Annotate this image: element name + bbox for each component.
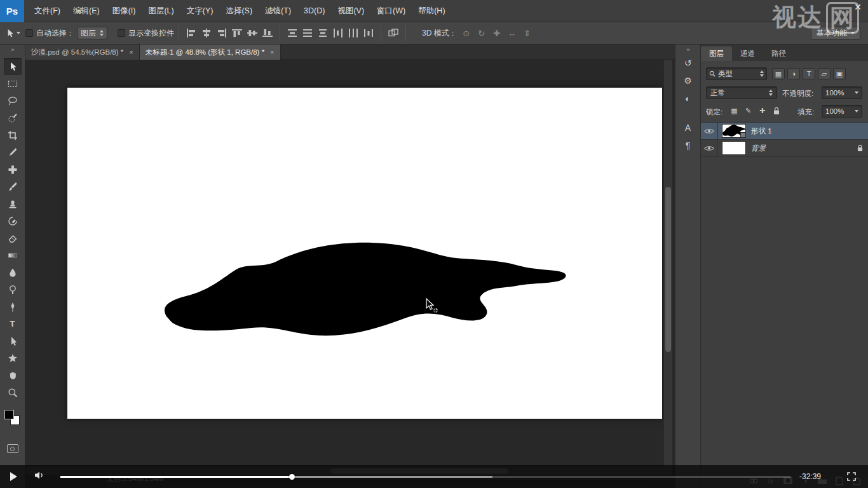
document-tab-desert[interactable]: 沙漠.psd @ 54.5%(RGB/8) * × (25, 44, 140, 60)
3d-rotate-icon[interactable]: ⊙ (461, 29, 472, 38)
zoom-tool[interactable] (4, 384, 22, 401)
path-selection-tool[interactable] (4, 332, 22, 349)
eraser-tool[interactable] (4, 229, 22, 247)
3d-slide-icon[interactable]: ↔ (506, 29, 518, 38)
align-top-edges-button[interactable] (229, 26, 245, 40)
horizontal-type-tool[interactable]: T (4, 315, 22, 332)
filter-pixel-layers-icon[interactable]: ▦ (772, 68, 785, 79)
auto-align-layers-button[interactable] (386, 26, 401, 40)
rectangular-marquee-tool[interactable] (4, 75, 22, 92)
paragraph-panel-icon[interactable]: ¶ (679, 138, 697, 153)
align-vertical-centers-button[interactable] (245, 26, 260, 40)
character-panel-icon[interactable]: A (679, 120, 697, 135)
align-left-edges-button[interactable] (184, 26, 199, 40)
distribute-horizontal-centers-button[interactable] (346, 26, 361, 40)
menu-help[interactable]: 帮助(H) (412, 0, 451, 22)
document-tab-untitled[interactable]: 未标题-1 @ 48.8% (形状 1, RGB/8) * × (140, 44, 281, 60)
blend-mode-dropdown[interactable]: 正常 (706, 86, 777, 99)
collapse-panel-icon[interactable]: » (0, 44, 25, 53)
fullscreen-icon[interactable] (846, 471, 857, 484)
history-panel-icon[interactable]: ↺ (679, 55, 697, 71)
menu-layer[interactable]: 图层(L) (142, 0, 180, 22)
distribute-bottom-edges-button[interactable] (315, 26, 330, 40)
brush-tool[interactable] (4, 178, 22, 195)
tab-channels[interactable]: 通道 (732, 46, 763, 61)
custom-shape-tool[interactable] (4, 349, 22, 367)
play-button[interactable] (10, 472, 17, 481)
auto-select-target-dropdown[interactable]: 图层 (77, 27, 107, 39)
menu-window[interactable]: 窗口(W) (370, 0, 412, 22)
align-bottom-edges-button[interactable] (260, 26, 275, 40)
pen-tool[interactable] (4, 298, 22, 315)
seek-bar[interactable] (60, 476, 791, 478)
window-close-button[interactable]: ✕ (854, 3, 862, 11)
layer-thumbnail[interactable] (722, 141, 746, 155)
distribute-top-edges-button[interactable] (285, 26, 300, 40)
gradient-tool[interactable] (4, 247, 22, 264)
properties-panel-icon[interactable]: ⚙ (679, 73, 697, 88)
show-transform-checkbox[interactable] (118, 29, 125, 37)
menu-image[interactable]: 图像(I) (106, 0, 142, 22)
filter-type-layers-icon[interactable]: T (803, 68, 815, 79)
menu-3d[interactable]: 3D(D) (297, 0, 331, 22)
expand-panels-icon[interactable]: « (675, 44, 700, 53)
3d-scale-icon[interactable]: ⇕ (522, 29, 533, 38)
lock-image-pixels-icon[interactable]: ✎ (743, 105, 754, 116)
layer-visibility-toggle[interactable] (701, 123, 718, 140)
lasso-tool[interactable] (4, 92, 22, 109)
menu-file[interactable]: 文件(F) (28, 0, 67, 22)
filter-smart-object-layers-icon[interactable]: ▣ (833, 68, 846, 79)
dodge-tool[interactable] (4, 281, 22, 298)
foreground-color-swatch[interactable] (4, 410, 14, 419)
layer-row-background[interactable]: 背景 (701, 140, 868, 157)
document-canvas[interactable] (67, 88, 662, 419)
blur-tool[interactable] (4, 264, 22, 281)
fill-input[interactable]: 100% (822, 105, 862, 118)
layer-visibility-toggle[interactable] (701, 140, 718, 157)
spot-healing-brush-tool[interactable] (4, 161, 22, 178)
menu-edit[interactable]: 编辑(E) (67, 0, 106, 22)
layer-name[interactable]: 背景 (751, 144, 766, 153)
volume-icon[interactable] (34, 470, 44, 483)
move-tool[interactable] (4, 58, 22, 75)
layer-row-shape1[interactable]: 形状 1 (701, 123, 868, 140)
align-horizontal-centers-button[interactable] (199, 26, 214, 40)
history-brush-tool[interactable] (4, 212, 22, 229)
tab-layers[interactable]: 图层 (701, 46, 732, 61)
vertical-scrollbar[interactable] (663, 60, 672, 466)
opacity-input[interactable]: 100% (822, 86, 862, 99)
tab-paths[interactable]: 路径 (763, 46, 794, 61)
quick-mask-mode-button[interactable] (7, 444, 18, 453)
distribute-right-edges-button[interactable] (361, 26, 376, 40)
menu-filter[interactable]: 滤镜(T) (259, 0, 297, 22)
clone-stamp-tool[interactable] (4, 195, 22, 212)
layer-thumbnail[interactable] (722, 124, 746, 138)
seek-handle[interactable] (289, 474, 295, 480)
distribute-left-edges-button[interactable] (330, 26, 346, 40)
filter-shape-layers-icon[interactable]: ▱ (818, 68, 831, 79)
quick-selection-tool[interactable] (4, 109, 22, 126)
auto-select-checkbox[interactable] (25, 29, 33, 37)
align-right-edges-button[interactable] (214, 26, 229, 40)
3d-roll-icon[interactable]: ↻ (476, 29, 487, 38)
lock-position-icon[interactable]: ✚ (757, 105, 768, 116)
3d-drag-icon[interactable]: ✚ (491, 29, 503, 38)
workspace-switcher-button[interactable]: 基本功能 (811, 27, 860, 40)
menu-view[interactable]: 视图(V) (331, 0, 370, 22)
distribute-vertical-centers-button[interactable] (300, 26, 315, 40)
layer-filter-dropdown[interactable]: 类型 (706, 67, 767, 80)
adjustments-panel-icon[interactable]: ◐ (679, 91, 697, 106)
filter-adjustment-layers-icon[interactable]: ◑ (787, 68, 800, 79)
layer-name[interactable]: 形状 1 (751, 126, 772, 136)
canvas-workspace[interactable]: 文档:1.54M/1.54M (25, 60, 675, 488)
crop-tool[interactable] (4, 126, 22, 144)
menu-select[interactable]: 选择(S) (219, 0, 259, 22)
lock-transparent-pixels-icon[interactable]: ▦ (729, 105, 740, 116)
tool-preset-picker[interactable] (5, 29, 20, 38)
tab-close-icon[interactable]: × (129, 48, 133, 56)
lock-all-icon[interactable] (771, 105, 782, 116)
menu-type[interactable]: 文字(Y) (180, 0, 220, 22)
vertical-scrollbar-thumb[interactable] (665, 187, 671, 352)
tab-close-icon[interactable]: × (270, 48, 274, 56)
hand-tool[interactable] (4, 367, 22, 384)
